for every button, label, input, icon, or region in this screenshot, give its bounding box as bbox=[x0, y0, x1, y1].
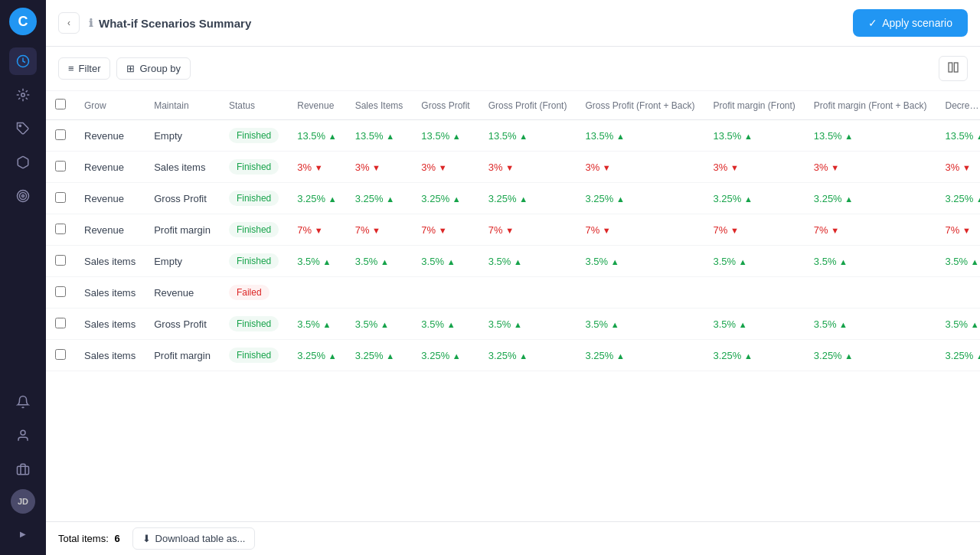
user-settings-icon[interactable] bbox=[9, 422, 37, 449]
value-cell: 7% ▼ bbox=[704, 214, 804, 246]
status-badge: Finished bbox=[229, 348, 279, 363]
download-label: Download table as... bbox=[155, 533, 246, 544]
value-cell: 3% ▼ bbox=[346, 152, 413, 183]
avatar[interactable]: JD bbox=[11, 489, 35, 514]
down-arrow-icon: ▼ bbox=[831, 163, 839, 172]
value-cell: 3.25% ▲ bbox=[576, 340, 704, 371]
back-button[interactable]: ‹ bbox=[58, 12, 80, 34]
up-arrow-icon: ▲ bbox=[519, 194, 528, 204]
up-arrow-icon: ▲ bbox=[744, 132, 753, 141]
up-arrow-icon: ▲ bbox=[739, 320, 747, 329]
up-arrow-icon: ▲ bbox=[323, 257, 332, 266]
grow-cell: Sales items bbox=[75, 309, 145, 340]
row-checkbox[interactable] bbox=[55, 224, 66, 234]
value-cell: 3.5% ▲ bbox=[479, 309, 577, 340]
svg-rect-9 bbox=[954, 63, 958, 72]
status-badge: Finished bbox=[229, 159, 279, 175]
row-checkbox[interactable] bbox=[55, 161, 66, 171]
value-cell: 3.25% ▲ bbox=[288, 183, 345, 214]
row-checkbox[interactable] bbox=[55, 349, 66, 360]
value-cell: 3.25% ▲ bbox=[704, 340, 804, 371]
down-arrow-icon: ▼ bbox=[372, 226, 381, 235]
up-arrow-icon: ▲ bbox=[328, 194, 337, 204]
down-arrow-icon: ▼ bbox=[831, 226, 839, 235]
download-button[interactable]: ⬇ Download table as... bbox=[132, 527, 256, 550]
down-arrow-icon: ▼ bbox=[962, 163, 971, 172]
value-cell: 3.5% ▲ bbox=[288, 246, 345, 277]
sidebar-item-tags[interactable] bbox=[9, 115, 37, 142]
down-arrow-icon: ▼ bbox=[603, 163, 611, 172]
maintain-cell: Sales items bbox=[145, 152, 220, 183]
down-arrow-icon: ▼ bbox=[439, 163, 447, 172]
grow-cell: Sales items bbox=[75, 246, 145, 277]
apply-scenario-button[interactable]: ✓ Apply scenario bbox=[853, 9, 968, 37]
table-row: Revenue Empty Finished 13.5% ▲ 13.5% ▲ 1… bbox=[46, 120, 980, 152]
up-arrow-icon: ▲ bbox=[519, 351, 528, 361]
col-pm-front: Profit margin (Front) bbox=[704, 91, 804, 120]
down-arrow-icon: ▼ bbox=[730, 226, 739, 235]
sidebar: C bbox=[0, 0, 46, 555]
filter-button[interactable]: ≡ Filter bbox=[58, 57, 110, 80]
value-cell: 3.5% ▲ bbox=[805, 246, 936, 277]
row-checkbox[interactable] bbox=[55, 286, 66, 297]
status-cell: Finished bbox=[220, 183, 288, 214]
col-checkbox bbox=[46, 91, 75, 120]
sidebar-item-packages[interactable] bbox=[9, 149, 37, 176]
table-row: Sales items Revenue Failed bbox=[46, 277, 980, 309]
col-pm-fb: Profit margin (Front + Back) bbox=[805, 91, 936, 120]
down-arrow-icon: ▼ bbox=[962, 226, 971, 235]
columns-button[interactable] bbox=[939, 56, 968, 81]
app-logo[interactable]: C bbox=[9, 8, 37, 35]
up-arrow-icon: ▲ bbox=[839, 320, 848, 329]
expand-icon[interactable]: ▶ bbox=[9, 520, 37, 547]
down-arrow-icon: ▼ bbox=[315, 163, 323, 172]
down-arrow-icon: ▼ bbox=[505, 226, 514, 235]
col-revenue: Revenue bbox=[288, 91, 345, 120]
row-checkbox[interactable] bbox=[55, 318, 66, 328]
up-arrow-icon: ▲ bbox=[616, 132, 625, 141]
apply-checkmark-icon: ✓ bbox=[868, 17, 877, 29]
col-grow: Grow bbox=[75, 91, 145, 120]
maintain-cell: Profit margin bbox=[145, 340, 220, 371]
sidebar-item-analytics[interactable] bbox=[9, 47, 37, 75]
col-gross-profit-front: Gross Profit (Front) bbox=[479, 91, 577, 120]
row-checkbox[interactable] bbox=[55, 192, 66, 203]
svg-point-5 bbox=[22, 195, 24, 198]
status-badge: Finished bbox=[229, 128, 279, 143]
up-arrow-icon: ▲ bbox=[323, 320, 332, 329]
sidebar-item-target[interactable] bbox=[9, 182, 37, 210]
up-arrow-icon: ▲ bbox=[381, 257, 389, 266]
sidebar-item-settings[interactable] bbox=[9, 81, 37, 109]
value-cell: 13.5% ▲ bbox=[288, 120, 345, 152]
status-cell: Finished bbox=[220, 152, 288, 183]
toolbar-left: ≡ Filter ⊞ Group by bbox=[58, 57, 191, 80]
notifications-icon[interactable] bbox=[9, 388, 37, 416]
header: ‹ ℹ What-if Scenarios Summary ✓ Apply sc… bbox=[46, 0, 980, 47]
down-arrow-icon: ▼ bbox=[439, 226, 447, 235]
value-cell: 3% ▼ bbox=[704, 152, 804, 183]
row-checkbox[interactable] bbox=[55, 255, 66, 266]
up-arrow-icon: ▲ bbox=[971, 320, 979, 329]
status-cell: Finished bbox=[220, 246, 288, 277]
row-checkbox-cell bbox=[46, 214, 75, 246]
up-arrow-icon: ▲ bbox=[386, 194, 394, 204]
briefcase-icon[interactable] bbox=[9, 455, 37, 483]
value-cell: 13.5% ▲ bbox=[936, 120, 980, 152]
up-arrow-icon: ▲ bbox=[447, 320, 456, 329]
status-badge: Finished bbox=[229, 191, 279, 206]
svg-point-6 bbox=[21, 430, 25, 435]
up-arrow-icon: ▲ bbox=[519, 132, 528, 141]
col-gross-profit-fb: Gross Profit (Front + Back) bbox=[576, 91, 704, 120]
group-by-button[interactable]: ⊞ Group by bbox=[116, 57, 190, 80]
empty-cell bbox=[805, 277, 936, 309]
value-cell: 13.5% ▲ bbox=[412, 120, 479, 152]
select-all-checkbox[interactable] bbox=[55, 99, 66, 109]
down-arrow-icon: ▼ bbox=[315, 226, 323, 235]
status-badge: Finished bbox=[229, 316, 279, 331]
table-row: Sales items Empty Finished 3.5% ▲ 3.5% ▲… bbox=[46, 246, 980, 277]
grow-cell: Sales items bbox=[75, 277, 145, 309]
maintain-cell: Gross Profit bbox=[145, 309, 220, 340]
value-cell: 13.5% ▲ bbox=[479, 120, 577, 152]
value-cell: 7% ▼ bbox=[412, 214, 479, 246]
row-checkbox[interactable] bbox=[55, 129, 66, 140]
